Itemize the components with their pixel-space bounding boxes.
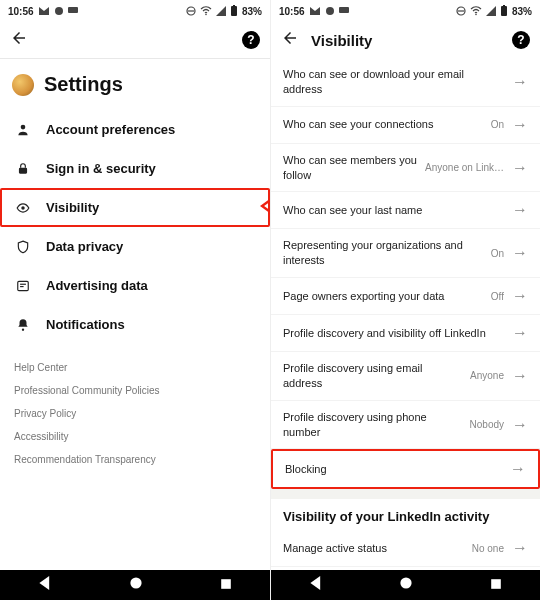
m-icon (309, 6, 321, 16)
app-bar: Visibility ? (271, 22, 540, 58)
chat-icon (325, 6, 335, 16)
svg-rect-8 (19, 167, 27, 173)
dnd-icon (456, 6, 466, 16)
menu-advertising-data[interactable]: Advertising data (0, 266, 270, 305)
row-label: Who can see your last name (283, 203, 504, 218)
svg-rect-22 (503, 5, 505, 6)
menu-data-privacy[interactable]: Data privacy (0, 227, 270, 266)
row-value: Anyone on Link… (425, 162, 504, 173)
nav-back[interactable] (38, 576, 52, 594)
menu-label: Visibility (46, 200, 99, 215)
svg-point-0 (55, 7, 63, 15)
footer-help-center[interactable]: Help Center (14, 356, 256, 379)
footer-privacy-policy[interactable]: Privacy Policy (14, 402, 256, 425)
dnd-icon (186, 6, 196, 16)
android-navbar (271, 570, 540, 600)
row-value: Nobody (470, 419, 504, 430)
notif-icon (339, 7, 349, 15)
row-label: Who can see or download your email addre… (283, 67, 504, 97)
phone-right: 10:56 83% Visibility ? Who can see or do… (270, 0, 540, 600)
svg-rect-5 (231, 6, 237, 16)
person-icon (14, 123, 32, 137)
help-button[interactable]: ? (512, 31, 530, 49)
menu-signin-security[interactable]: Sign in & security (0, 149, 270, 188)
menu-label: Account preferences (46, 122, 175, 137)
menu-account-preferences[interactable]: Account preferences (0, 110, 270, 149)
svg-point-4 (205, 14, 207, 16)
battery-text: 83% (512, 6, 532, 17)
footer-accessibility[interactable]: Accessibility (14, 425, 256, 448)
row-label: Profile discovery using email address (283, 361, 462, 391)
chevron-right-icon: → (512, 244, 528, 262)
menu-notifications[interactable]: Notifications (0, 305, 270, 344)
wifi-icon (200, 6, 212, 16)
row-connections[interactable]: Who can see your connections On → (271, 107, 540, 144)
page-title: Settings (44, 73, 123, 96)
section-header: Visibility of your LinkedIn activity (271, 499, 540, 530)
svg-point-23 (401, 577, 412, 588)
row-label: Profile discovery and visibility off Lin… (283, 326, 504, 341)
svg-rect-17 (339, 7, 349, 13)
signal-icon (216, 6, 226, 16)
row-label: Profile discovery using phone number (283, 410, 462, 440)
app-bar: ? (0, 22, 270, 58)
row-discovery-phone[interactable]: Profile discovery using phone number Nob… (271, 401, 540, 450)
back-button[interactable] (10, 29, 28, 51)
back-button[interactable] (281, 29, 299, 51)
chevron-right-icon: → (512, 287, 528, 305)
row-page-export[interactable]: Page owners exporting your data Off → (271, 278, 540, 315)
settings-header: Settings (0, 59, 270, 106)
row-value: On (491, 248, 504, 259)
status-bar: 10:56 83% (0, 0, 270, 22)
row-organizations[interactable]: Representing your organizations and inte… (271, 229, 540, 278)
wifi-icon (470, 6, 482, 16)
footer-community-policies[interactable]: Professional Community Policies (14, 379, 256, 402)
lock-icon (14, 162, 32, 176)
row-value: Off (491, 291, 504, 302)
chevron-right-icon: → (512, 539, 528, 557)
row-active-status[interactable]: Manage active status No one → (271, 530, 540, 567)
chevron-right-icon: → (510, 460, 526, 478)
android-navbar (0, 570, 270, 600)
row-discovery-email[interactable]: Profile discovery using email address An… (271, 352, 540, 401)
nav-recent[interactable] (220, 576, 232, 594)
svg-point-14 (130, 577, 141, 588)
svg-rect-24 (491, 579, 501, 589)
svg-point-16 (326, 7, 334, 15)
newspaper-icon (14, 279, 32, 293)
section-gap (271, 489, 540, 499)
menu-visibility[interactable]: Visibility (0, 188, 270, 227)
menu-label: Sign in & security (46, 161, 156, 176)
row-value: Anyone (470, 370, 504, 381)
footer-recommendation-transparency[interactable]: Recommendation Transparency (14, 448, 256, 471)
row-email-address[interactable]: Who can see or download your email addre… (271, 58, 540, 107)
row-label: Who can see members you follow (283, 153, 417, 183)
avatar[interactable] (12, 74, 34, 96)
eye-icon (14, 201, 32, 215)
battery-text: 83% (242, 6, 262, 17)
footer-links: Help Center Professional Community Polic… (0, 348, 270, 483)
page-title: Visibility (311, 32, 372, 49)
help-button[interactable]: ? (242, 31, 260, 49)
notif-icon (68, 7, 78, 15)
svg-point-20 (475, 14, 477, 16)
nav-home[interactable] (399, 576, 413, 594)
row-label: Manage active status (283, 541, 464, 556)
row-last-name[interactable]: Who can see your last name → (271, 192, 540, 229)
row-value: No one (472, 543, 504, 554)
nav-recent[interactable] (490, 576, 502, 594)
row-blocking[interactable]: Blocking → (271, 449, 540, 489)
clock-text: 10:56 (8, 6, 34, 17)
svg-rect-15 (221, 579, 231, 589)
svg-point-13 (22, 328, 24, 330)
svg-point-7 (21, 124, 26, 129)
chevron-right-icon: → (512, 367, 528, 385)
row-members-follow[interactable]: Who can see members you follow Anyone on… (271, 144, 540, 193)
nav-home[interactable] (129, 576, 143, 594)
chevron-right-icon: → (512, 73, 528, 91)
nav-back[interactable] (309, 576, 323, 594)
chevron-right-icon: → (512, 201, 528, 219)
chat-icon (54, 6, 64, 16)
visibility-list: Who can see or download your email addre… (271, 58, 540, 570)
row-discovery-off-linkedin[interactable]: Profile discovery and visibility off Lin… (271, 315, 540, 352)
